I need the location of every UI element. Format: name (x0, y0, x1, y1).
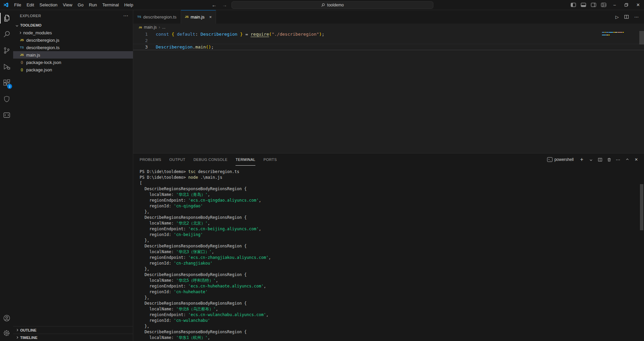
extensions-activity-button[interactable]: 2 (0, 75, 13, 91)
vscode-window: FileEditSelectionViewGoRunTerminalHelp ←… (0, 0, 644, 341)
search-input[interactable]: tooldemo (231, 1, 433, 9)
menu-item-edit[interactable]: Edit (24, 1, 37, 9)
tree-item[interactable]: JSmain.js (13, 51, 133, 59)
menu-item-file[interactable]: File (11, 1, 24, 9)
file-type-icon: JS (185, 15, 189, 19)
code-line[interactable]: 2 (133, 37, 644, 44)
menu-item-go[interactable]: Go (75, 1, 86, 9)
panel-tabs: PROBLEMSOUTPUTDEBUG CONSOLETERMINALPORTS (140, 154, 277, 166)
menu-item-view[interactable]: View (60, 1, 75, 9)
panel-tab-problems[interactable]: PROBLEMS (140, 154, 161, 166)
workspace-folder-header[interactable]: TOOLDEMO (13, 22, 133, 29)
tree-item[interactable]: node_modules (13, 29, 133, 36)
terminal-line: DescribeRegionsResponseBodyRegionsRegion… (140, 243, 644, 249)
toggle-secondary-sidebar-button[interactable] (588, 0, 599, 10)
menu-item-selection[interactable]: Selection (37, 1, 60, 9)
editor-more-button[interactable]: ⋯ (634, 14, 639, 20)
editor-tabs: TSdescriberegion.tsJSmain.js× (133, 10, 216, 24)
close-window-button[interactable]: ✕ (632, 0, 644, 10)
terminal-output[interactable]: PS D:\ide\tooldemo> tsc describeregion.t… (133, 166, 644, 341)
shell-label: powershell (554, 157, 574, 162)
terminal-dropdown-button[interactable] (588, 159, 593, 161)
git-branch-icon (3, 47, 10, 54)
shield-icon (3, 96, 10, 102)
menu-item-run[interactable]: Run (86, 1, 100, 9)
account-icon (3, 314, 10, 322)
customize-layout-button[interactable] (599, 0, 609, 10)
breadcrumb-file[interactable]: main.js (144, 25, 157, 30)
panel-tab-debug-console[interactable]: DEBUG CONSOLE (193, 154, 227, 166)
toggle-sidebar-button[interactable] (568, 0, 578, 10)
settings-button[interactable] (0, 326, 13, 340)
chevron-down-icon (589, 158, 592, 161)
terminal-line: localName: '华北2（北京）', (140, 220, 644, 226)
panel-tab-output[interactable]: OUTPUT (169, 154, 185, 166)
tree-item[interactable]: JSdescriberegion.js (13, 36, 133, 44)
maximize-panel-button[interactable] (625, 159, 630, 161)
menu-item-terminal[interactable]: Terminal (100, 1, 121, 9)
close-icon[interactable]: × (209, 14, 212, 20)
code-editor[interactable]: 1const { default: Describeregion } = req… (133, 31, 644, 153)
explorer-activity-button[interactable] (0, 10, 13, 26)
code-line[interactable]: 1const { default: Describeregion } = req… (133, 31, 644, 37)
bottom-panel: PROBLEMSOUTPUTDEBUG CONSOLETERMINALPORTS… (133, 153, 644, 341)
extensions-badge: 2 (7, 84, 12, 89)
forward-arrow-icon[interactable]: → (221, 2, 228, 8)
run-debug-activity-button[interactable] (0, 59, 13, 75)
panel-more-button[interactable]: ⋯ (616, 157, 620, 162)
editor-tab[interactable]: JSmain.js× (181, 10, 216, 24)
line-number[interactable]: 3 (133, 44, 148, 50)
run-file-button[interactable]: ▷ (615, 14, 619, 20)
file-name: package-lock.json (26, 60, 61, 65)
terminal-line: PS D:\ide\tooldemo> node .\main.js (140, 175, 644, 180)
panel-tab-terminal[interactable]: TERMINAL (236, 154, 255, 166)
search-icon (321, 3, 325, 7)
editor-scrollbar-thumb[interactable] (639, 31, 644, 44)
editor-tab[interactable]: TSdescriberegion.ts (133, 10, 181, 24)
tree-item[interactable]: {}package-lock.json (13, 59, 133, 66)
back-arrow-icon[interactable]: ← (211, 2, 218, 8)
terminal-line: PS D:\ide\tooldemo> tsc describeregion.t… (140, 169, 644, 175)
chevron-up-icon (626, 158, 628, 161)
explorer-more-button[interactable]: ⋯ (123, 13, 128, 19)
code-line[interactable]: 3Describeregion.main(); (133, 44, 644, 50)
terminal-line: localName: '华北5（呼和浩特）', (140, 278, 644, 283)
kill-terminal-button[interactable] (607, 158, 611, 162)
terminal-shell-selector[interactable]: >_ powershell (547, 157, 574, 162)
minimap[interactable] (602, 32, 624, 37)
terminal-line: regionId: 'cn-qingdao' (140, 203, 644, 209)
terminal-line: DescribeRegionsResponseBodyRegionsRegion… (140, 272, 644, 278)
split-terminal-button[interactable] (598, 158, 602, 162)
close-panel-button[interactable]: ✕ (634, 157, 639, 162)
minimize-button[interactable]: – (609, 0, 620, 10)
split-editor-button[interactable] (624, 14, 629, 19)
terminal-scrollbar-thumb[interactable] (640, 184, 643, 230)
debug-icon (3, 63, 10, 70)
terminal-line: regionEndpoint: 'ecs.cn-beijing.aliyuncs… (140, 226, 644, 232)
panel-actions: >_ powershell + ⋯ ✕ (547, 157, 639, 163)
menu-item-help[interactable]: Help (121, 1, 136, 9)
tool-extension-activity-button[interactable] (0, 107, 13, 123)
search-activity-button[interactable] (0, 26, 13, 42)
line-number[interactable]: 1 (133, 31, 148, 37)
terminal-line: }, (140, 323, 644, 329)
terminal-line: }, (140, 266, 644, 272)
restore-button[interactable] (620, 0, 632, 10)
shield-extension-activity-button[interactable] (0, 91, 13, 107)
accounts-button[interactable] (0, 311, 13, 326)
new-terminal-button[interactable]: + (579, 157, 584, 163)
tree-item[interactable]: {}package.json (13, 66, 133, 73)
tab-label: main.js (191, 14, 205, 20)
file-type-icon: JS (19, 38, 25, 42)
terminal-line: regionEndpoint: 'ecs.cn-zhangjiakou.aliy… (140, 255, 644, 261)
timeline-section-header[interactable]: TIMELINE (13, 334, 133, 341)
line-number[interactable]: 2 (133, 37, 148, 44)
outline-section-header[interactable]: OUTLINE (13, 326, 133, 334)
file-name: package.json (26, 67, 52, 72)
panel-tab-ports[interactable]: PORTS (263, 154, 277, 166)
source-control-activity-button[interactable] (0, 42, 13, 59)
breadcrumb-symbol[interactable]: ... (162, 25, 166, 30)
tab-label: describeregion.ts (143, 14, 177, 20)
toggle-panel-button[interactable] (578, 0, 588, 10)
tree-item[interactable]: TSdescriberegion.ts (13, 44, 133, 51)
